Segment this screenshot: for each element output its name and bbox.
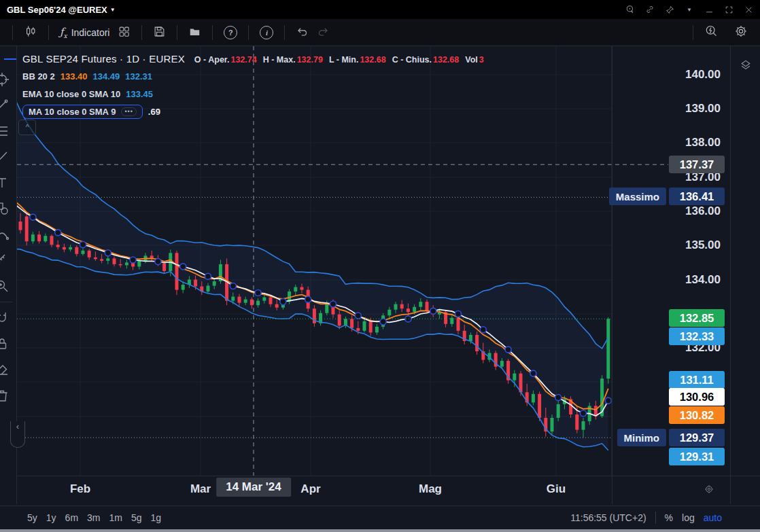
ohlc-value: 3 — [479, 55, 484, 65]
range-button-1m[interactable]: 1m — [109, 512, 122, 523]
bottom-divider — [655, 512, 656, 524]
tool-trend-line[interactable] — [0, 92, 16, 118]
price-tick: 134.00 — [685, 273, 721, 287]
range-button-1g[interactable]: 1g — [151, 512, 162, 523]
time-label: Feb — [70, 482, 90, 496]
ohlc-item: C - Chius.132.68 — [392, 55, 460, 65]
range-button-6m[interactable]: 6m — [65, 512, 78, 523]
close-icon[interactable] — [744, 5, 753, 14]
tool-text[interactable] — [0, 170, 16, 196]
tool-eraser[interactable] — [0, 357, 16, 383]
tool-fib-retracement[interactable] — [0, 118, 16, 144]
chevron-left-icon: ‹ — [16, 421, 19, 431]
clock-label[interactable]: 11:56:55 (UTC+2) — [570, 512, 646, 523]
log-scale-button[interactable]: log — [682, 512, 695, 523]
tool-shapes[interactable] — [0, 196, 16, 221]
tool-crosshair[interactable] — [0, 67, 16, 92]
layers-icon — [738, 58, 753, 72]
tool-lock[interactable] — [0, 331, 16, 357]
tool-measure[interactable] — [0, 247, 16, 273]
pin-icon[interactable] — [665, 5, 674, 14]
chevron-up-icon: ^ — [26, 124, 29, 131]
massimo-label: Massimo — [609, 188, 666, 205]
settings-button[interactable] — [730, 22, 752, 43]
link-icon[interactable] — [645, 5, 655, 14]
help-button[interactable]: ? — [220, 23, 241, 42]
range-button-5y[interactable]: 5y — [27, 512, 37, 523]
maximize-icon[interactable] — [724, 5, 733, 14]
date-range-buttons: 5y1y6m3m1m5g1g — [27, 512, 161, 523]
indicator-templates-button[interactable] — [114, 22, 135, 43]
ohlc-item: Vol3 — [465, 55, 483, 65]
range-button-3m[interactable]: 3m — [87, 512, 100, 523]
time-label: Giu — [547, 482, 566, 496]
right-strip-separator — [730, 46, 731, 504]
hide-drawings-tab[interactable]: ‹ — [10, 421, 25, 448]
titlebar-dropdown-icon[interactable]: ▼ — [685, 5, 694, 14]
trash-icon — [0, 387, 10, 404]
window-titlebar: GBL Sep06'24 @EUREX ▼ ▼ — [0, 0, 760, 19]
toolbar-separator — [693, 25, 693, 40]
ohlc-value: 132.74 — [231, 55, 257, 65]
save-layout-button[interactable] — [149, 22, 170, 43]
time-axis-settings-button[interactable] — [704, 484, 714, 497]
ohlc-item: H - Max.132.79 — [263, 55, 323, 65]
small-gear-icon — [704, 484, 714, 495]
indicator-value: 133.40 — [61, 71, 88, 82]
tool-magnet[interactable] — [0, 305, 16, 331]
price-axis[interactable]: 140.00139.00138.00137.00136.00135.00134.… — [612, 46, 730, 476]
range-button-5g[interactable]: 5g — [131, 512, 142, 523]
toolbar-separator — [12, 25, 13, 40]
shapes-icon — [0, 200, 10, 217]
symbol-legend-title[interactable]: GBL SEP24 Futures · 1D · EUREX — [22, 53, 185, 65]
tool-zoom-in[interactable] — [0, 273, 16, 299]
toolbar-separator — [284, 25, 285, 40]
chart-style-button[interactable] — [20, 22, 41, 43]
open-layout-button[interactable] — [184, 22, 205, 43]
indicator-row-ema[interactable]: EMA 10 close 0 SMA 10133.45 — [22, 88, 484, 100]
indicators-button[interactable]: ƒx Indicatori — [56, 23, 114, 42]
indicator-value: 134.49 — [92, 71, 120, 82]
magnet-icon — [0, 310, 10, 326]
redo-button[interactable] — [313, 22, 334, 43]
minimize-icon[interactable] — [704, 5, 714, 14]
indicator-name: EMA 10 close 0 SMA 10 — [22, 89, 120, 99]
minimo-label: Minimo — [617, 429, 667, 446]
undo-icon — [296, 25, 309, 40]
toolbar-separator — [48, 25, 49, 40]
text-icon — [0, 175, 10, 191]
ohlc-value: 132.79 — [297, 55, 323, 65]
auto-scale-button[interactable]: auto — [704, 512, 722, 523]
price-badge-green: 132.85 — [669, 309, 725, 327]
price-tick: 140.00 — [685, 68, 721, 82]
ohlc-label: Vol — [465, 55, 478, 65]
ma-indicator-box[interactable]: MA 10 close 0 SMA 9••• — [22, 105, 143, 119]
info-button[interactable]: i — [256, 23, 277, 42]
indicator-row-ma[interactable]: MA 10 close 0 SMA 9•••.69 — [22, 106, 484, 118]
symbol-title-button[interactable]: GBL Sep06'24 @EUREX ▼ — [7, 5, 116, 15]
feedback-bubble-icon[interactable] — [625, 5, 635, 14]
percent-scale-button[interactable]: % — [665, 512, 673, 523]
templates-grid-icon — [118, 25, 131, 40]
indicator-row-bb[interactable]: BB 20 2133.40134.49132.31 — [22, 71, 484, 82]
range-button-1y[interactable]: 1y — [46, 512, 56, 523]
quick-search-button[interactable] — [700, 22, 722, 43]
tool-trash[interactable] — [0, 383, 16, 408]
object-tree-button[interactable] — [738, 58, 753, 72]
undo-button[interactable] — [292, 22, 313, 43]
time-axis[interactable]: FebMarAprMagGiu14 Mar '24 — [17, 476, 760, 506]
trading-app-window: GBL Sep06'24 @EUREX ▼ ▼ — [0, 0, 760, 532]
measure-icon — [0, 252, 10, 268]
collapse-legend-button[interactable]: ^ — [18, 120, 36, 135]
tool-arc[interactable] — [0, 221, 16, 247]
price-badge-orange: 130.82 — [669, 406, 725, 424]
ohlc-value: 132.68 — [433, 55, 459, 65]
price-badge-navy: 129.37 — [669, 429, 725, 446]
fib-retracement-icon — [0, 123, 10, 139]
tool-brush[interactable] — [0, 144, 16, 170]
price-badge-gray: 137.37 — [669, 156, 725, 173]
more-options-icon[interactable]: ••• — [121, 107, 136, 116]
indicator-value: 132.31 — [125, 71, 152, 82]
ohlc-label: C - Chius. — [392, 55, 432, 65]
ohlc-label: L - Min. — [329, 55, 359, 65]
